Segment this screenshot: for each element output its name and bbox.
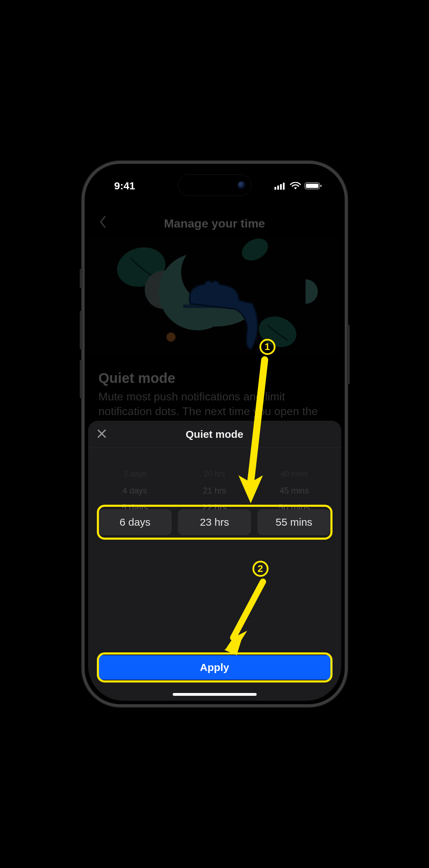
nav-title: Manage your time xyxy=(164,217,265,230)
apply-button[interactable]: Apply xyxy=(99,655,331,680)
nav-bar: Manage your time xyxy=(88,209,341,237)
picker-item[interactable]: 20 hrs xyxy=(204,465,225,482)
annotation-badge-2: 2 xyxy=(252,561,269,577)
quiet-mode-sheet: Quiet mode 3 days 4 days 5 days 20 hrs 2… xyxy=(88,421,341,701)
days-selected[interactable]: 6 days xyxy=(99,509,172,535)
home-indicator[interactable] xyxy=(173,693,257,696)
quiet-mode-heading: Quiet mode xyxy=(99,370,331,386)
front-camera xyxy=(238,181,245,189)
side-button-volume-down xyxy=(80,360,83,398)
hours-selected[interactable]: 23 hrs xyxy=(178,509,251,535)
picker-item[interactable]: 40 mins xyxy=(281,465,308,482)
svg-rect-2 xyxy=(280,184,282,190)
close-icon[interactable] xyxy=(96,428,107,440)
side-button-power xyxy=(347,325,350,384)
picker-item[interactable]: 4 days xyxy=(122,482,147,499)
phone-frame: 9:41 xyxy=(82,161,348,707)
picker-item[interactable]: 45 mins xyxy=(279,482,309,499)
svg-line-13 xyxy=(233,582,263,638)
screen: 9:41 xyxy=(88,167,341,701)
cellular-icon xyxy=(274,182,286,190)
picker-item[interactable]: 21 hrs xyxy=(203,482,226,499)
svg-marker-15 xyxy=(224,632,244,655)
minutes-selected[interactable]: 55 mins xyxy=(257,509,330,535)
annotation-arrow-2 xyxy=(217,575,273,662)
svg-marker-14 xyxy=(226,631,247,648)
picker-item[interactable]: 3 days xyxy=(123,465,146,482)
svg-rect-1 xyxy=(277,186,279,190)
svg-rect-6 xyxy=(320,185,322,187)
wifi-icon xyxy=(290,182,301,190)
svg-point-12 xyxy=(166,332,176,342)
annotation-badge-1: 1 xyxy=(259,339,276,355)
status-icons xyxy=(274,182,322,190)
picker-selected-row: 6 days 23 hrs 55 mins xyxy=(99,509,331,535)
battery-icon xyxy=(305,182,322,190)
svg-rect-3 xyxy=(283,183,285,190)
sheet-title: Quiet mode xyxy=(186,428,243,440)
side-button-volume-up xyxy=(80,311,83,349)
side-button-silent xyxy=(80,269,83,288)
back-chevron-icon[interactable] xyxy=(99,215,106,231)
status-time: 9:41 xyxy=(114,180,135,192)
dynamic-island xyxy=(178,174,251,196)
quiet-mode-illustration xyxy=(88,237,341,356)
svg-rect-5 xyxy=(306,184,319,188)
svg-rect-0 xyxy=(274,187,276,190)
sheet-header: Quiet mode xyxy=(88,421,341,448)
svg-point-9 xyxy=(238,237,272,265)
